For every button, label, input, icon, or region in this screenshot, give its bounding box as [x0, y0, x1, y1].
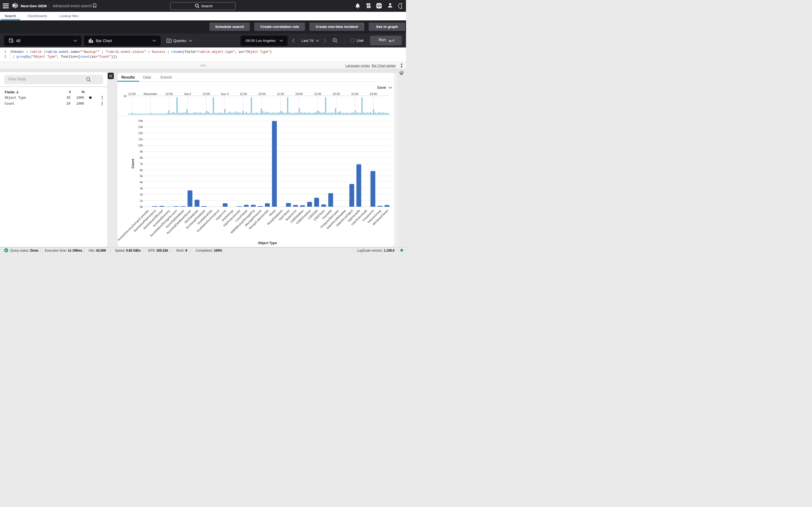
svg-text:23:00: 23:00: [258, 92, 266, 96]
svg-text:10k: 10k: [138, 144, 143, 147]
svg-text:Sun 3: Sun 3: [221, 92, 229, 96]
svg-text:12:00: 12:00: [165, 92, 173, 96]
svg-text:11:00: 11:00: [351, 92, 358, 96]
svg-text:13k: 13k: [138, 125, 143, 128]
svg-text:23:00: 23:00: [333, 92, 340, 96]
svg-text:14k: 14k: [138, 119, 143, 122]
svg-text:1k: 1k: [140, 199, 143, 202]
svg-text:12:00: 12:00: [128, 92, 136, 96]
svg-text:3k: 3k: [140, 187, 143, 190]
svg-text:November: November: [144, 92, 157, 96]
svg-text:6k: 6k: [140, 168, 143, 172]
svg-text:0k: 0k: [140, 205, 143, 209]
svg-text:Object Type: Object Type: [258, 241, 277, 245]
svg-text:8k: 8k: [140, 156, 143, 159]
svg-text:23:00: 23:00: [295, 92, 303, 96]
svg-text:12k: 12k: [138, 131, 143, 135]
svg-text:4k: 4k: [140, 180, 143, 184]
svg-text:Count: Count: [131, 159, 135, 168]
svg-text:5k: 5k: [140, 174, 143, 178]
svg-text:7k: 7k: [140, 162, 143, 166]
svg-text:1k: 1k: [123, 95, 127, 98]
svg-text:23:00: 23:00: [370, 92, 377, 96]
svg-text:9k: 9k: [140, 150, 143, 153]
svg-text:11:00: 11:00: [240, 92, 247, 96]
svg-text:11k: 11k: [138, 137, 143, 141]
svg-text:12:00: 12:00: [202, 92, 210, 96]
svg-text:2k: 2k: [140, 193, 143, 196]
svg-text:Sat 2: Sat 2: [184, 92, 191, 96]
svg-text:11:00: 11:00: [314, 92, 321, 96]
svg-text:11:00: 11:00: [277, 92, 284, 96]
